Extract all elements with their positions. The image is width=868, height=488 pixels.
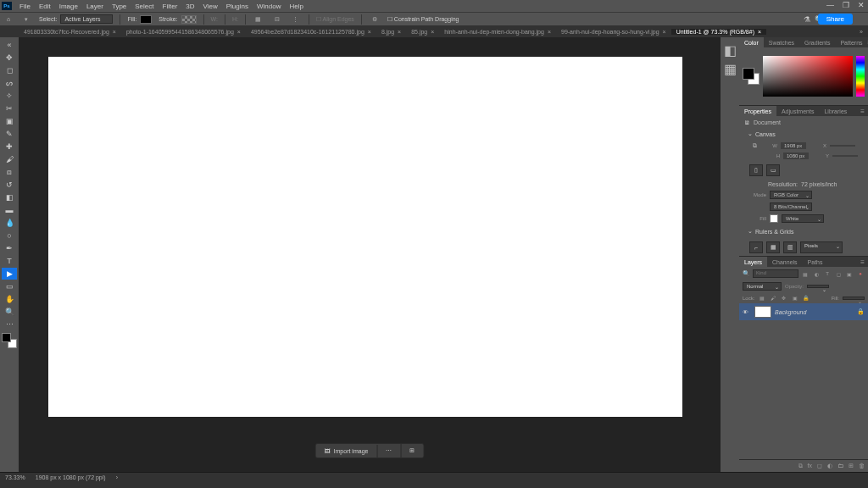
menu-layer[interactable]: Layer [82,3,108,10]
share-button[interactable]: Share [818,14,853,25]
doc-tab[interactable]: hinh-anh-nui-dep-mien-dong-bang.jpg× [439,29,556,35]
color-picker[interactable] [763,56,853,97]
arrange-icon[interactable]: ⋮ [290,14,302,25]
lasso-tool[interactable]: ᔕ [2,77,17,89]
tool-preset-icon[interactable]: ▾ [20,14,32,25]
blend-mode-dropdown[interactable]: Normal [743,282,782,291]
properties-icon[interactable]: ⊞ [401,444,423,458]
close-tab-icon[interactable]: × [398,29,401,35]
lock-icon[interactable]: 🔒 [857,308,865,315]
hand-tool[interactable]: ✋ [2,293,17,305]
tab-libraries[interactable]: Libraries [819,106,852,116]
dodge-tool[interactable]: ○ [2,230,17,241]
select-layers-dropdown[interactable]: Active Layers [60,14,113,24]
adjustment-layer-icon[interactable]: ◐ [827,463,832,469]
opacity-field[interactable] [807,285,829,288]
menu-select[interactable]: Select [131,3,158,10]
filter-shape-icon[interactable]: ◻ [834,269,843,278]
rulers-unit-dropdown[interactable]: Pixels [800,241,843,253]
canvas-area[interactable]: 🖼 Import image ⋯ ⊞ [19,37,721,472]
type-tool[interactable]: T [2,255,17,267]
close-tab-icon[interactable]: × [548,29,551,35]
rulers-toggle-button[interactable]: ⌐ [749,241,763,253]
stamp-tool[interactable]: ⧈ [2,166,17,178]
orientation-portrait-button[interactable]: ▯ [749,164,763,176]
menu-3d[interactable]: 3D [181,3,198,10]
panel-icon[interactable]: ▦ [724,63,736,75]
canvas-section-header[interactable]: Canvas [744,129,863,139]
brush-tool[interactable]: 🖌 [2,153,17,165]
zoom-tool[interactable]: 🔍 [2,306,17,318]
frame-tool[interactable]: ▣ [2,115,17,127]
pen-tool[interactable]: ✒ [2,242,17,254]
layer-filter-dropdown[interactable]: Kind [753,269,798,278]
menu-help[interactable]: Help [285,3,307,10]
close-tab-icon[interactable]: × [431,29,434,35]
more-options-icon[interactable]: ⋯ [377,444,401,458]
menu-filter[interactable]: Filter [159,3,182,10]
width-field[interactable]: 1908 px [781,142,806,149]
tab-gradients[interactable]: Gradients [799,37,835,47]
panel-icon[interactable]: ◧ [724,44,736,56]
zoom-level[interactable]: 73.33% [5,474,25,480]
panel-menu-icon[interactable]: ≡ [860,258,865,266]
doc-tab-active[interactable]: Untitled-1 @ 73.3% (RGB/8#)× [671,29,766,35]
path-ops-icon[interactable]: ▦ [253,14,264,25]
tab-channels[interactable]: Channels [767,257,803,267]
visibility-eye-icon[interactable]: 👁 [743,309,751,315]
close-tab-icon[interactable]: × [113,29,116,35]
height-field[interactable]: 1080 px [783,152,809,159]
fill-dropdown[interactable]: White [782,214,824,223]
filter-adjust-icon[interactable]: ◐ [812,269,821,278]
filter-pixel-icon[interactable]: ▦ [801,269,810,278]
menu-view[interactable]: View [199,3,222,10]
link-layers-icon[interactable]: ⧉ [798,463,803,469]
menu-plugins[interactable]: Plugins [222,3,253,10]
beaker-icon[interactable]: ⚗ [804,15,810,24]
close-icon[interactable]: ✕ [858,1,865,9]
tab-adjustments[interactable]: Adjustments [776,106,820,116]
link-wh-icon[interactable]: ⧉ [753,142,757,149]
tabs-overflow-icon[interactable]: » [860,29,863,35]
layer-mask-icon[interactable]: ◻ [817,463,822,469]
group-icon[interactable]: 🗀 [837,463,843,469]
menu-edit[interactable]: Edit [35,3,55,10]
menu-window[interactable]: Window [253,3,285,10]
menu-image[interactable]: Image [55,3,82,10]
lock-all-icon[interactable]: 🔒 [802,294,810,302]
lock-position-icon[interactable]: ✥ [780,294,787,302]
eyedropper-tool[interactable]: ✎ [2,128,17,140]
close-tab-icon[interactable]: × [368,29,371,35]
close-tab-icon[interactable]: × [663,29,666,35]
marquee-tool[interactable]: ◻ [2,64,17,76]
orientation-landscape-button[interactable]: ▭ [766,164,780,176]
filter-smart-icon[interactable]: ▣ [845,269,854,278]
collapse-arrows-icon[interactable]: « [2,39,17,51]
guides-toggle-button[interactable]: ▥ [783,241,797,253]
gradient-tool[interactable]: ▬ [2,204,17,216]
history-brush-tool[interactable]: ↺ [2,179,17,191]
edit-toolbar-icon[interactable]: ⋯ [2,319,17,330]
tab-patterns[interactable]: Patterns [835,37,867,47]
status-chevron-icon[interactable]: › [116,474,118,480]
doc-tab[interactable]: 8.jpg× [376,29,406,35]
doc-tab[interactable]: photo-1-16405995441586348065576.jpg× [121,29,246,35]
lock-artboard-icon[interactable]: ▣ [791,294,798,302]
menu-file[interactable]: File [15,3,35,10]
constrain-checkbox[interactable]: ☐ Constrain Path Dragging [387,16,459,23]
eraser-tool[interactable]: ◧ [2,191,17,203]
filter-type-icon[interactable]: T [823,269,832,278]
close-tab-icon[interactable]: × [758,29,761,35]
y-field[interactable] [832,155,858,157]
doc-tab[interactable]: 85.jpg× [406,29,439,35]
minimize-icon[interactable]: — [826,1,834,9]
menu-type[interactable]: Type [108,3,131,10]
search-icon[interactable]: 🔍 [743,270,750,277]
move-tool[interactable]: ✥ [2,52,17,64]
fill-swatch[interactable] [140,15,152,24]
doc-dimensions[interactable]: 1908 px x 1080 px (72 ppi) [36,474,106,480]
doc-tab[interactable]: 491803330tc7fcc-Recovered.jpg× [19,29,121,35]
fill-color-swatch[interactable] [770,214,778,223]
gear-icon[interactable]: ⚙ [369,14,381,25]
rulers-section-header[interactable]: Rulers & Grids [744,226,863,236]
